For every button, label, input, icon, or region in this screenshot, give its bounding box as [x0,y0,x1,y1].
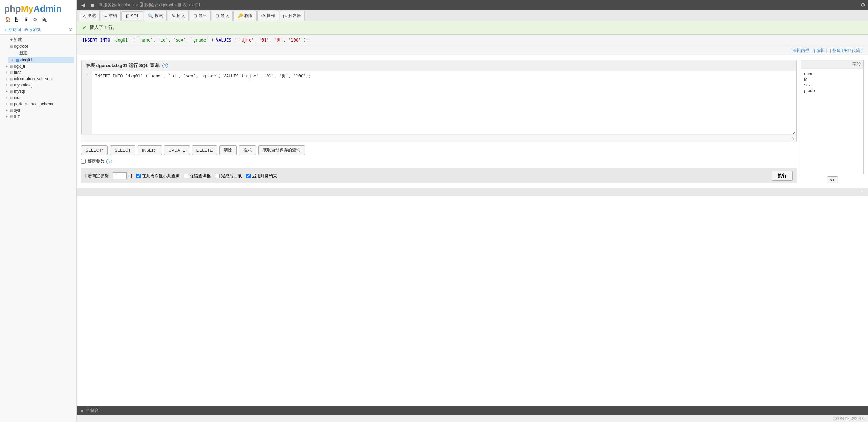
sidebar-item-mysql[interactable]: + ⊞ mysql [3,88,74,95]
tab-browse[interactable]: ◁ 浏览 [79,11,100,21]
tab-operations[interactable]: ⚙ 操作 [257,11,279,21]
sidebar-item-information_schema[interactable]: + ⊞ information_schema [3,76,74,82]
delete-button[interactable]: DELETE [192,145,217,155]
sidebar-item-sys[interactable]: + ⊞ sys [3,107,74,113]
field-grade[interactable]: grade [804,88,861,93]
database-icon[interactable]: 🗄 [13,16,20,23]
create-php-link[interactable]: [ 创建 PHP 代码 ] [830,48,862,53]
plugin-icon[interactable]: 🔌 [40,16,47,23]
rollback-label[interactable]: 完成后回滚 [215,173,242,179]
tab-insert[interactable]: ✎ 插入 [168,11,189,21]
sidebar-item-label: dgx_ti [14,64,25,69]
back-button[interactable]: ◀ [80,2,87,8]
breadcrumb-server[interactable]: 服务器: localhost [103,2,135,8]
recent-link[interactable]: 近期访问 [4,27,21,33]
sidebar-item-dxg01[interactable]: + ▦ dxg01 [8,57,74,63]
bind-params-help-icon[interactable]: ? [106,159,112,164]
sidebar-item-mysmksdj[interactable]: + ⊞ mysmksdj [3,82,74,88]
sidebar-item-dgxroot-new[interactable]: + 新建 [8,50,74,57]
logo-php: php [4,3,21,14]
tab-operations-label: 操作 [267,13,275,19]
sql-panel-left: 在表 dgxroot.dxg01 运行 SQL 查询: ? 1 INSERT I… [81,60,797,183]
resize-handle[interactable]: ↘ [81,134,796,142]
auto-save-button[interactable]: 获取自动保存的查询 [258,145,305,155]
tab-privileges[interactable]: 🔑 权限 [233,11,257,21]
expander-icon: + [4,115,9,119]
table-icon: ▦ [16,58,19,62]
edit-link[interactable]: [ 编辑 ] [814,48,827,53]
tab-sql[interactable]: ◧ SQL [121,11,143,20]
sidebar-item-niu[interactable]: + ⊞ niu [3,95,74,101]
breadcrumb-database[interactable]: 数据库: dgxroot [144,2,173,8]
operations-icon: ⚙ [261,13,265,18]
tab-export[interactable]: ⊞ 导出 [190,11,211,21]
sidebar-item-performance_schema[interactable]: + ⊞ performance_schema [3,101,74,107]
sidebar-item-new-top[interactable]: + 新建 [3,36,74,43]
sidebar-item-label: 新建 [19,50,28,56]
sidebar-item-s_ti[interactable]: + ⊞ s_ti [3,113,74,120]
sidebar-item-dgx_ti[interactable]: + ⊞ dgx_ti [3,63,74,69]
delimiter-label: [ 语句定界符 [85,173,109,179]
tab-structure[interactable]: ≡ 结构 [101,11,121,21]
db-expand-icon: ⊞ [10,45,13,48]
expander-icon: + [4,96,9,100]
field-id[interactable]: id [804,77,861,82]
tab-search[interactable]: 🔍 搜索 [144,11,167,21]
select-star-button[interactable]: SELECT* [81,145,108,155]
format-button[interactable]: 格式 [239,145,256,155]
tab-import[interactable]: ⊟ 导入 [212,11,233,21]
sidebar-item-label: mysql [14,89,25,94]
breadcrumb-table[interactable]: 表: dxg01 [183,2,200,8]
console-icon[interactable]: ■ [81,408,83,413]
sql-panel-title-text: 在表 dgxroot.dxg01 运行 SQL 查询: [86,62,160,69]
foreign-key-label[interactable]: 启用外键约束 [246,173,277,179]
show-query-checkbox[interactable] [136,174,141,178]
tab-triggers[interactable]: ▷ 触发器 [280,11,305,21]
execute-button[interactable]: 执行 [772,171,793,181]
select-button[interactable]: SELECT [110,145,135,155]
fields-collapse-button[interactable]: << [827,176,838,183]
insert-button[interactable]: INSERT [138,145,162,155]
sidebar-tree: + 新建 – ⊞ dgxroot + 新建 + ▦ dxg01 + ⊞ dgx_… [0,35,76,121]
expand-icon[interactable]: – [860,189,862,194]
sql-echo: INSERT INTO `dxg01` ( `name`, `id`, `sex… [77,35,868,46]
console-bar: ■ 控制台 [77,406,868,415]
sql-panel-help-icon[interactable]: ? [162,63,168,68]
sep2: » [174,2,177,7]
retain-frame-label[interactable]: 保留查询框 [184,173,211,179]
sidebar-item-first[interactable]: + ⊞ first [3,69,74,76]
home-icon[interactable]: 🏠 [4,16,11,23]
privileges-icon: 🔑 [237,13,243,18]
inline-edit-link[interactable]: [编辑内嵌] [792,48,811,53]
delimiter-input[interactable] [113,172,127,179]
sql-icon: ◧ [125,13,129,18]
logo[interactable]: phpMyAdmin [4,3,72,14]
sql-textarea[interactable]: INSERT INTO `dxg01` (`name`, `id`, `sex`… [92,71,796,134]
bottom-expand[interactable]: – [77,188,868,196]
bind-params-checkbox[interactable] [81,159,86,164]
sidebar-item-dgxroot[interactable]: – ⊞ dgxroot [3,43,74,50]
favorites-link[interactable]: 表收藏夹 [24,27,41,33]
show-query-label[interactable]: 在此再次显示此查询 [136,173,180,179]
show-query-text: 在此再次显示此查询 [142,173,180,179]
retain-frame-checkbox[interactable] [184,174,188,178]
update-button[interactable]: UPDATE [164,145,190,155]
settings-icon[interactable]: ⚙ [861,2,865,8]
sidebar-item-label: information_schema [14,76,52,81]
gear-icon[interactable]: ⚙ [31,16,38,23]
field-sex[interactable]: sex [804,82,861,88]
collapse-icon[interactable]: ⊙ [69,27,72,33]
table-icon: ▦ [178,2,181,7]
expander-icon: + [4,90,9,93]
rollback-checkbox[interactable] [215,174,220,178]
foreign-key-checkbox[interactable] [246,174,251,178]
expander-icon: + [4,77,9,81]
field-name[interactable]: name [804,71,861,77]
sql-panel-title: 在表 dgxroot.dxg01 运行 SQL 查询: ? [81,60,796,71]
export-icon: ⊞ [193,13,197,18]
clear-button[interactable]: 清除 [219,145,237,155]
stop-button[interactable]: ◼ [89,2,96,8]
info-icon[interactable]: ℹ [22,16,29,23]
triggers-icon: ▷ [283,13,287,18]
console-label[interactable]: 控制台 [86,408,99,414]
